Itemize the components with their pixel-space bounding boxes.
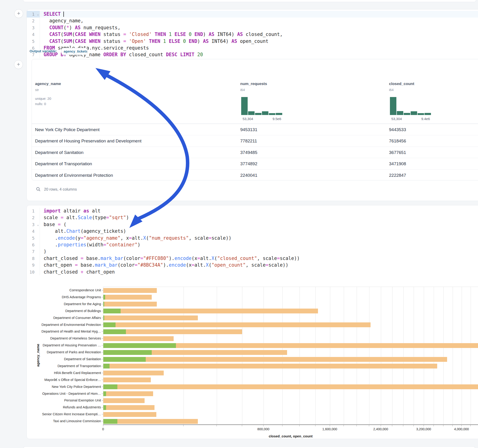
y-axis-label: HRA Benefit Card Replacement <box>36 371 101 375</box>
histogram-bar <box>425 113 431 115</box>
previous-cell-bottom-edge <box>23 0 476 2</box>
closed-count-bar <box>103 378 151 382</box>
x-axis-tick <box>369 425 369 426</box>
closed-count-bar <box>103 322 371 327</box>
closed-count-bar <box>103 295 152 300</box>
gridline <box>242 287 242 424</box>
open-count-bar <box>103 364 110 368</box>
code-line[interactable]: 5 CAST(SUM(CASE WHEN status = 'Open' THE… <box>27 38 478 45</box>
y-axis-label: Department for the Aging <box>36 302 101 306</box>
y-axis-tick <box>102 380 103 380</box>
y-axis-label: Department of Consumer Affairs <box>36 316 101 320</box>
search-icon[interactable] <box>36 187 41 193</box>
histogram-max-label: 9.4e6 <box>421 117 430 121</box>
y-axis-tick <box>102 421 103 421</box>
x-axis-tick <box>330 425 330 426</box>
code-line[interactable]: 3 COUNT(*) AS num_requests, <box>27 25 478 31</box>
closed-count-bar <box>103 405 155 410</box>
table-row[interactable]: Department of Environmental Protection22… <box>32 169 478 181</box>
histogram-bar <box>241 97 248 115</box>
open-count-bar <box>103 316 104 320</box>
x-axis-tick <box>392 425 392 426</box>
python-cell: 1import altair as alt2scale = alt.Scale(… <box>26 205 478 439</box>
gridline <box>344 287 344 424</box>
x-axis-tick <box>357 425 357 426</box>
open-count-bar <box>103 350 152 355</box>
y-axis-tick <box>102 338 103 339</box>
x-axis-tick <box>470 425 471 426</box>
column-name[interactable]: agency_name <box>35 81 61 86</box>
table-cell: 7782211 <box>240 138 257 143</box>
y-axis-label: Refunds and Adjustments <box>36 405 101 409</box>
closed-count-bar <box>103 398 145 403</box>
closed-count-bar <box>103 316 198 320</box>
column-histogram <box>241 97 282 115</box>
altair-bar-chart: Correspondence UnitDHS Advantage Program… <box>27 205 478 439</box>
closed-count-bar <box>103 391 153 396</box>
gutter: 3 <box>27 25 40 31</box>
table-row[interactable]: Department of Transportation377489234719… <box>32 158 478 169</box>
y-axis-label: Senior Citizen Rent Increase Exempti… <box>36 412 101 416</box>
closed-count-bar <box>103 364 437 368</box>
gridline <box>424 287 424 424</box>
fold-chevron-icon[interactable]: ⌄ <box>37 11 39 18</box>
closed-count-bar <box>103 302 157 306</box>
histogram-min-label: 53,304 <box>243 117 253 121</box>
add-cell-button-top[interactable]: + <box>14 9 23 18</box>
output-variable-label: Output variable: <box>30 49 57 53</box>
column-name[interactable]: closed_count <box>389 81 414 86</box>
column-type: i64 <box>240 88 245 92</box>
output-variable-pill[interactable]: agency_tickets <box>61 48 87 55</box>
column-type: str <box>35 88 39 92</box>
table-cell: 3749485 <box>240 150 257 155</box>
sql-code-editor[interactable]: 1⌄SELECT 2 agency_name,3 COUNT(*) AS num… <box>27 11 478 58</box>
open-count-bar <box>103 357 146 362</box>
gutter: 5 <box>27 38 40 45</box>
open-count-bar <box>103 322 115 327</box>
gutter: 1⌄ <box>27 11 40 18</box>
closed-count-bar <box>103 419 198 424</box>
gridline <box>330 287 330 424</box>
table-row[interactable]: Department of Sanitation37494853677651 <box>32 147 478 158</box>
open-count-bar <box>103 343 176 348</box>
closed-count-bar <box>103 357 447 362</box>
table-row[interactable]: Department of Housing Preservation and D… <box>32 135 478 146</box>
gridline <box>414 287 414 424</box>
closed-count-bar <box>103 309 318 313</box>
x-axis-tick <box>403 425 403 426</box>
y-axis-label: Correspondence Unit <box>36 288 101 292</box>
x-axis-tick-label: 2,400,000 <box>368 427 393 431</box>
gridline <box>357 287 357 424</box>
code-line[interactable]: 7GROUP BY agency_name ORDER BY closed_co… <box>27 51 478 58</box>
y-axis-label: Department of Transportation <box>36 364 101 368</box>
histogram-bar <box>262 111 268 115</box>
x-axis-tick-label: 0 <box>90 427 116 431</box>
table-cell: 3774892 <box>240 161 257 166</box>
y-axis-label: Department of Health and Mental Hyg… <box>36 330 101 333</box>
y-axis-tick <box>102 414 103 414</box>
code-line[interactable]: 2 agency_name, <box>27 18 478 24</box>
add-cell-button-middle[interactable]: + <box>14 60 23 69</box>
table-row[interactable]: New York City Police Department945313194… <box>32 124 478 135</box>
column-stat: unique: 20 <box>35 97 51 100</box>
histogram-bar <box>248 111 255 115</box>
code-line[interactable]: 4 CAST(SUM(CASE WHEN status = 'Closed' T… <box>27 31 478 38</box>
column-histogram <box>390 97 431 115</box>
histogram-bar <box>418 113 424 115</box>
table-header: agency_name strunique: 20nulls: 0num_req… <box>32 59 478 124</box>
code-line[interactable]: 1⌄SELECT <box>27 11 478 18</box>
x-axis-tick <box>413 425 414 426</box>
table-cell: Department of Transportation <box>35 161 92 166</box>
open-count-bar <box>103 419 117 424</box>
y-axis-tick <box>102 304 103 304</box>
y-axis-tick <box>102 366 103 366</box>
gridline <box>183 287 184 424</box>
y-axis-label: New York City Police Department <box>36 385 101 389</box>
column-name[interactable]: num_requests <box>240 81 267 86</box>
open-count-bar <box>103 405 106 410</box>
code-line[interactable]: 6FROM sample_data.nyc.service_requests <box>27 45 478 51</box>
open-count-bar <box>103 295 105 300</box>
gridline <box>300 287 300 424</box>
y-axis-label: Mayorâ€ s Office of Special Enforce… <box>36 378 101 382</box>
y-axis-tick <box>102 331 103 332</box>
